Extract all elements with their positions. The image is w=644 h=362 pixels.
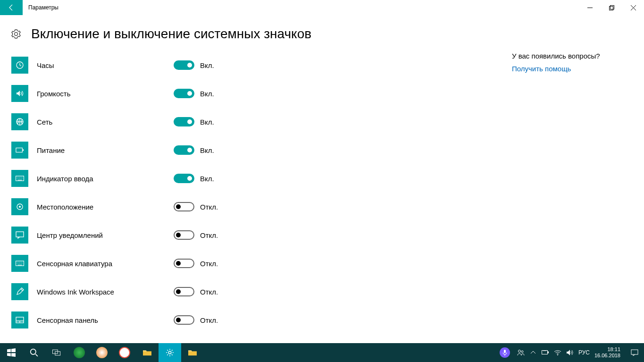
cortana-button[interactable]	[495, 343, 514, 362]
microphone-icon	[500, 347, 510, 358]
back-button[interactable]	[0, 0, 23, 15]
toggle-input[interactable]	[174, 174, 194, 183]
clock-icon	[11, 57, 28, 74]
close-button[interactable]	[622, 0, 644, 15]
window-title: Параметры	[23, 0, 59, 15]
clock-tray[interactable]: 18:11 16.06.2018	[594, 346, 622, 359]
explorer-app-2[interactable]	[181, 343, 204, 362]
help-panel: У вас появились вопросы? Получить помощь	[512, 52, 625, 73]
setting-label: Windows Ink Workspace	[37, 288, 174, 296]
maximize-icon	[609, 5, 614, 10]
settings-app[interactable]	[159, 343, 181, 362]
toggle-state-text: Вкл.	[200, 175, 214, 183]
toggle-state-text: Откл.	[200, 316, 218, 324]
setting-row-input: Индикатор вводаВкл.	[11, 164, 342, 193]
toggle-state-text: Откл.	[200, 231, 218, 239]
help-question-text: У вас появились вопросы?	[512, 52, 625, 60]
explorer-app-1[interactable]	[136, 343, 159, 362]
svg-point-8	[19, 206, 21, 208]
wifi-tray-icon[interactable]	[554, 349, 561, 356]
toggle-touchpad[interactable]	[174, 315, 194, 325]
setting-row-power: ПитаниеВкл.	[11, 136, 342, 164]
svg-rect-0	[609, 6, 613, 10]
toggle-volume[interactable]	[174, 89, 194, 98]
page-header: Включение и выключение системных значков	[0, 15, 644, 45]
taskbar: РУС 18:11 16.06.2018	[0, 343, 644, 362]
volume-tray-icon[interactable]	[566, 349, 574, 356]
toggle-power[interactable]	[174, 145, 194, 155]
close-icon	[631, 5, 636, 10]
action-center-button[interactable]	[625, 343, 644, 362]
setting-row-touchpad: Сенсорная панельОткл.	[11, 306, 342, 334]
toggle-clock[interactable]	[174, 60, 194, 70]
svg-rect-22	[631, 350, 638, 354]
toggle-state-text: Откл.	[200, 203, 218, 211]
svg-rect-20	[548, 352, 549, 354]
time-text: 18:11	[594, 346, 620, 353]
pen-icon	[11, 283, 28, 300]
task-view-button[interactable]	[45, 343, 68, 362]
date-text: 16.06.2018	[594, 353, 620, 359]
battery-icon	[11, 142, 28, 159]
toggle-state-text: Вкл.	[200, 61, 214, 69]
toggle-state-text: Откл.	[200, 288, 218, 296]
pinned-app-1[interactable]	[68, 343, 91, 362]
setting-label: Сенсорная клавиатура	[37, 260, 174, 268]
minimize-button[interactable]	[579, 0, 601, 15]
svg-rect-19	[542, 351, 547, 354]
power-tray-icon[interactable]	[542, 349, 549, 356]
page-title: Включение и выключение системных значков	[31, 26, 311, 42]
pinned-app-2[interactable]	[91, 343, 113, 362]
folder-icon	[143, 348, 151, 357]
title-bar: Параметры	[0, 0, 644, 15]
svg-rect-5	[23, 149, 24, 151]
search-button[interactable]	[23, 343, 45, 362]
volume-icon	[11, 85, 28, 102]
globe-icon	[11, 113, 28, 130]
toggle-state-text: Откл.	[200, 260, 218, 268]
setting-label: Центр уведомлений	[37, 231, 174, 239]
arrow-left-icon	[8, 4, 15, 11]
toggle-touchkb[interactable]	[174, 259, 194, 268]
minimize-icon	[587, 5, 593, 10]
toggle-location[interactable]	[174, 202, 194, 211]
touchpad-icon	[11, 311, 28, 328]
setting-label: Громкость	[37, 90, 174, 98]
setting-row-clock: ЧасыВкл.	[11, 51, 342, 79]
keyboard-icon	[11, 170, 28, 187]
svg-point-15	[168, 351, 171, 354]
system-tray: РУС 18:11 16.06.2018	[514, 343, 625, 362]
get-help-link[interactable]: Получить помощь	[512, 65, 625, 73]
setting-row-touchkb: Сенсорная клавиатураОткл.	[11, 249, 342, 278]
setting-row-ink: Windows Ink WorkspaceОткл.	[11, 278, 342, 306]
setting-row-location: МестоположениеОткл.	[11, 193, 342, 221]
task-view-icon	[52, 348, 61, 357]
notifications-icon	[631, 349, 638, 356]
toggle-state-text: Вкл.	[200, 118, 214, 126]
people-icon[interactable]	[517, 349, 525, 356]
maximize-button[interactable]	[601, 0, 622, 15]
setting-row-network: СетьВкл.	[11, 108, 342, 136]
setting-label: Индикатор ввода	[37, 175, 174, 183]
pinned-app-3[interactable]	[113, 343, 136, 362]
setting-row-volume: ГромкостьВкл.	[11, 79, 342, 108]
toggle-ink[interactable]	[174, 287, 194, 296]
settings-list: ЧасыВкл.ГромкостьВкл.СетьВкл.ПитаниеВкл.…	[11, 51, 342, 334]
svg-rect-4	[16, 148, 23, 152]
toggle-network[interactable]	[174, 117, 194, 126]
svg-point-17	[518, 350, 520, 353]
app-icon	[119, 347, 130, 358]
svg-point-21	[557, 354, 558, 355]
app-icon	[74, 347, 85, 358]
toggle-action[interactable]	[174, 230, 194, 240]
setting-label: Питание	[37, 146, 174, 154]
svg-point-12	[31, 349, 36, 354]
setting-label: Сенсорная панель	[37, 316, 174, 324]
setting-label: Часы	[37, 61, 174, 69]
search-icon	[30, 348, 38, 357]
gear-icon	[166, 348, 174, 357]
language-indicator[interactable]: РУС	[578, 349, 590, 356]
start-button[interactable]	[0, 343, 23, 362]
folder-icon	[188, 348, 197, 357]
tray-chevron-icon[interactable]	[529, 349, 537, 356]
